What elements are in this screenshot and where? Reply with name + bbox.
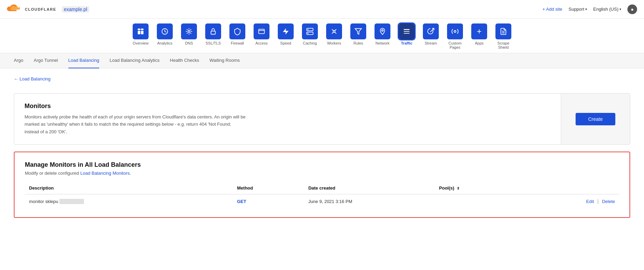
nav-item-custom-pages[interactable]: Custom Pages [443, 23, 467, 49]
nav-item-access[interactable]: Access [250, 23, 273, 45]
col-date-created: Date created [304, 182, 435, 194]
col-method: Method [233, 182, 304, 194]
caching-label: Caching [303, 41, 317, 45]
support-chevron-icon: ▾ [585, 7, 587, 11]
logo[interactable]: CLOUDFLARE [7, 4, 56, 15]
col-actions [554, 182, 619, 194]
svg-rect-2 [138, 31, 140, 34]
svg-line-10 [190, 33, 191, 34]
sub-nav-item-load-balancing[interactable]: Load Balancing [68, 53, 100, 68]
col-description: Description [25, 182, 233, 194]
sub-nav-item-argo[interactable]: Argo [14, 53, 23, 68]
svg-rect-0 [138, 29, 140, 30]
nav-item-apps[interactable]: + Apps [467, 23, 491, 45]
sub-nav-item-lb-analytics[interactable]: Load Balancing Analytics [110, 53, 160, 68]
nav-item-traffic[interactable]: Traffic [395, 23, 418, 45]
table-header: Description Method Date created Pool(s) … [25, 182, 619, 194]
svg-point-27 [454, 30, 456, 32]
delete-link[interactable]: Delete [602, 199, 615, 204]
nav-item-overview[interactable]: Overview [129, 23, 152, 45]
nav-item-ssl[interactable]: SSL/TLS [201, 23, 225, 45]
svg-rect-3 [141, 31, 143, 34]
logo-text: CLOUDFLARE [25, 7, 56, 11]
row-description-domain: example.pl [59, 199, 84, 204]
add-site-link[interactable]: + Add site [542, 7, 562, 12]
speed-label: Speed [280, 41, 291, 45]
svg-point-22 [382, 30, 383, 31]
ssl-icon [205, 23, 221, 39]
svg-marker-21 [355, 29, 361, 35]
user-menu[interactable]: ● [627, 4, 637, 14]
traffic-label: Traffic [401, 41, 412, 45]
monitors-table: Description Method Date created Pool(s) … [25, 182, 619, 208]
stream-label: Stream [425, 41, 437, 45]
svg-point-4 [188, 30, 190, 32]
svg-rect-14 [259, 29, 265, 34]
nav-item-speed[interactable]: Speed [274, 23, 297, 45]
nav-item-network[interactable]: Network [371, 23, 394, 45]
col-pools[interactable]: Pool(s) ⇕ [435, 182, 554, 194]
dns-icon [181, 23, 197, 39]
svg-rect-1 [141, 29, 143, 30]
nav-item-workers[interactable]: Workers [322, 23, 346, 45]
site-name[interactable]: example.pl [62, 6, 89, 12]
overview-icon [133, 23, 149, 39]
row-pools [435, 194, 554, 209]
workers-label: Workers [327, 41, 341, 45]
manage-desc-suffix: . [130, 171, 131, 176]
nav-item-dns[interactable]: DNS [177, 23, 201, 45]
action-divider: | [597, 199, 599, 204]
row-method: GET [233, 194, 304, 209]
edit-link[interactable]: Edit [586, 199, 594, 204]
workers-icon [326, 23, 342, 39]
language-link[interactable]: English (US) ▾ [593, 7, 621, 12]
network-label: Network [376, 41, 389, 45]
svg-line-9 [187, 29, 188, 30]
stream-icon [423, 23, 439, 39]
create-button[interactable]: Create [576, 113, 615, 125]
custom-pages-label: Custom Pages [443, 41, 467, 49]
apps-label: Apps [475, 41, 483, 45]
apps-icon: + [471, 23, 487, 39]
sub-nav-item-argo-tunnel[interactable]: Argo Tunnel [34, 53, 58, 68]
nav-item-firewall[interactable]: Firewall [226, 23, 249, 45]
svg-rect-13 [211, 31, 216, 34]
table-row: monitor sklepu example.pl GET June 9, 20… [25, 194, 619, 209]
scrape-shield-label: Scrape Shield [492, 41, 515, 49]
network-icon [375, 23, 390, 39]
back-link[interactable]: ← Load Balancing [14, 76, 50, 81]
row-description: monitor sklepu example.pl [25, 194, 233, 209]
header-right: + Add site Support ▾ English (US) ▾ ● [542, 4, 637, 14]
svg-line-11 [190, 29, 191, 30]
row-date-created: June 9, 2021 3:16 PM [304, 194, 435, 209]
sub-nav: Argo Argo Tunnel Load Balancing Load Bal… [0, 53, 644, 68]
traffic-icon [399, 23, 415, 39]
analytics-icon [157, 23, 173, 39]
main-content: ← Load Balancing Monitors Monitors activ… [0, 68, 644, 225]
dns-label: DNS [185, 41, 193, 45]
monitors-card-main: Monitors Monitors actively probe the hea… [14, 94, 561, 144]
caching-icon [302, 23, 318, 39]
nav-item-stream[interactable]: Stream [419, 23, 443, 45]
manage-monitors-card: Manage Monitors in All Load Balancers Mo… [14, 152, 630, 218]
nav-item-caching[interactable]: Caching [298, 23, 322, 45]
speed-icon [278, 23, 294, 39]
cloudflare-logo-icon [7, 4, 22, 15]
monitors-title: Monitors [25, 103, 550, 110]
monitors-card: Monitors Monitors actively probe the hea… [14, 93, 630, 145]
nav-item-scrape-shield[interactable]: Scrape Shield [492, 23, 515, 49]
access-label: Access [255, 41, 267, 45]
rules-label: Rules [353, 41, 363, 45]
header: CLOUDFLARE example.pl + Add site Support… [0, 0, 644, 19]
nav-item-rules[interactable]: Rules [347, 23, 370, 45]
pools-sort-icon: ⇕ [457, 187, 460, 190]
support-link[interactable]: Support ▾ [568, 7, 587, 12]
row-actions: Edit | Delete [554, 194, 619, 209]
monitors-card-action: Create [561, 94, 630, 144]
firewall-label: Firewall [231, 41, 244, 45]
nav-item-analytics[interactable]: Analytics [153, 23, 177, 45]
manage-desc-link[interactable]: Load Balancing Monitors [80, 171, 130, 176]
manage-title: Manage Monitors in All Load Balancers [25, 161, 619, 168]
sub-nav-item-waiting-rooms[interactable]: Waiting Rooms [209, 53, 240, 68]
sub-nav-item-health-checks[interactable]: Health Checks [170, 53, 199, 68]
